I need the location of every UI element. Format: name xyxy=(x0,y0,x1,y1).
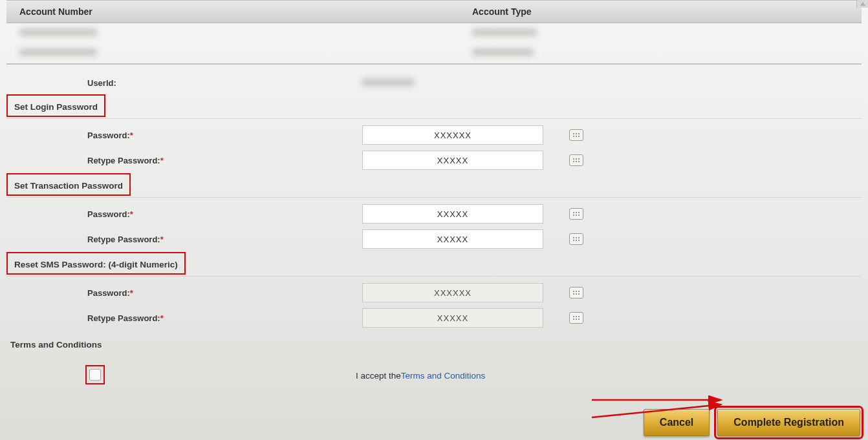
login-retype-label: Retype Password:* xyxy=(6,156,362,165)
accept-terms-text: I accept theTerms and Conditions xyxy=(356,371,485,381)
userid-value xyxy=(362,78,414,87)
login-retype-input[interactable] xyxy=(362,151,543,170)
table-row xyxy=(6,43,862,63)
col-header-account-type: Account Type xyxy=(472,6,862,17)
login-password-input[interactable] xyxy=(362,125,543,145)
txn-password-input[interactable] xyxy=(362,204,543,224)
sms-password-input[interactable] xyxy=(362,283,543,302)
txn-retype-input[interactable] xyxy=(362,229,543,249)
virtual-keyboard-icon[interactable] xyxy=(569,154,583,166)
login-password-label: Password:* xyxy=(6,131,362,140)
cancel-button[interactable]: Cancel xyxy=(644,409,710,436)
virtual-keyboard-icon[interactable] xyxy=(569,208,583,220)
virtual-keyboard-icon[interactable] xyxy=(569,233,583,245)
registration-form: Account Number Account Type UserId: Set … xyxy=(0,0,868,410)
txn-retype-label: Retype Password:* xyxy=(6,235,362,244)
table-row xyxy=(6,23,862,43)
section-sms-password: Reset SMS Password: (4-digit Numeric) xyxy=(6,252,186,275)
sms-retype-label: Retype Password:* xyxy=(6,313,362,323)
complete-registration-button[interactable]: Complete Registration xyxy=(717,409,860,436)
accept-terms-checkbox[interactable] xyxy=(89,369,101,381)
userid-label: UserId: xyxy=(6,78,362,88)
action-button-bar: Cancel Complete Registration xyxy=(644,409,860,436)
col-header-account-number: Account Number xyxy=(6,6,472,17)
sms-retype-input[interactable] xyxy=(362,308,543,328)
section-login-password: Set Login Password xyxy=(6,94,105,117)
section-transaction-password: Set Transaction Password xyxy=(6,173,131,196)
terms-link[interactable]: Terms and Conditions xyxy=(401,371,486,381)
virtual-keyboard-icon[interactable] xyxy=(569,287,583,299)
accept-checkbox-highlight xyxy=(85,365,105,384)
terms-heading: Terms and Conditions xyxy=(6,335,106,352)
table-header-row: Account Number Account Type xyxy=(6,0,862,23)
virtual-keyboard-icon[interactable] xyxy=(569,129,583,141)
scroll-up-icon[interactable] xyxy=(856,0,868,8)
accounts-table: Account Number Account Type xyxy=(6,0,862,65)
sms-password-label: Password:* xyxy=(6,288,362,298)
txn-password-label: Password:* xyxy=(6,209,362,219)
virtual-keyboard-icon[interactable] xyxy=(569,312,583,324)
